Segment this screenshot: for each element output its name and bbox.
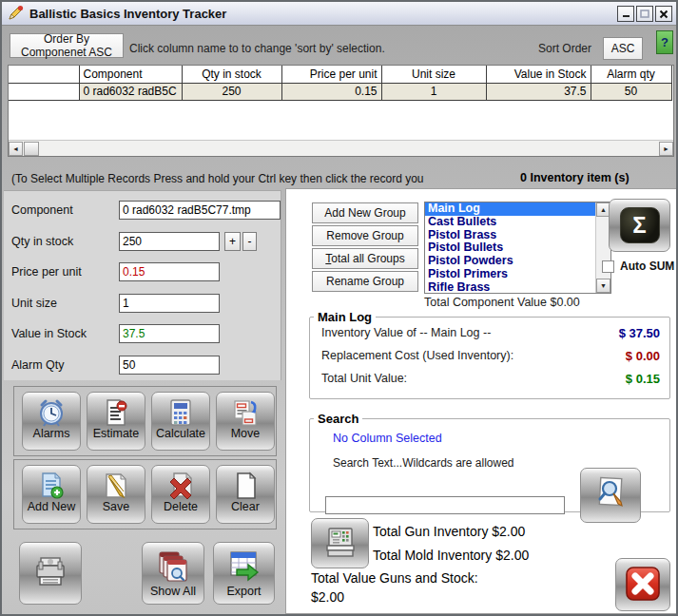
total-groups-label-rest: otal all Groups — [331, 252, 404, 265]
pencil-app-icon — [7, 5, 24, 22]
qty-increment-button[interactable]: + — [224, 232, 241, 251]
close-window-button[interactable] — [655, 6, 672, 22]
list-item-pistol-bullets[interactable]: Pistol Bullets — [425, 241, 595, 255]
register-button[interactable] — [311, 518, 369, 568]
list-item-pistol-primers[interactable]: Pistol Primers — [425, 268, 595, 281]
qty-decrement-button[interactable]: - — [242, 232, 257, 251]
export-button[interactable]: Export — [213, 542, 275, 605]
list-item-rifle-brass[interactable]: Rifle Brass — [425, 281, 595, 294]
help-button[interactable]: ? — [656, 30, 673, 54]
close-icon — [659, 10, 668, 19]
title-bar: Ballistic Basics Inventory Tracker — [2, 2, 676, 26]
clear-button[interactable]: Clear — [216, 465, 275, 524]
calculator-icon — [165, 397, 196, 428]
app-window: Ballistic Basics Inventory Tracker Order… — [0, 0, 678, 616]
cell-unit-size[interactable]: 1 — [381, 83, 486, 100]
alarm-clock-icon — [36, 397, 67, 428]
calculate-button[interactable]: Calculate — [151, 392, 210, 451]
value-in-stock-label: Value in Stock — [11, 327, 87, 340]
col-alarm[interactable]: Alarm qty — [591, 66, 671, 83]
clear-label: Clear — [231, 500, 260, 513]
col-value[interactable]: Value in Stock — [486, 66, 591, 83]
sort-order-asc-button[interactable]: ASC — [603, 37, 643, 60]
estimate-button[interactable]: Estimate — [87, 392, 145, 451]
auto-sum-checkbox[interactable]: Auto SUM — [602, 260, 674, 273]
alarms-label: Alarms — [33, 427, 70, 440]
col-qty[interactable]: Qty in stock — [182, 66, 281, 83]
search-groupbox: Search No Column Selected Search Text...… — [309, 412, 670, 512]
delete-button[interactable]: Delete — [151, 465, 210, 524]
table-row[interactable]: 0 rad6032 radB5C 250 0.15 1 37.5 50 — [9, 83, 671, 100]
cell-component[interactable]: 0 rad6032 radB5C — [79, 83, 182, 100]
search-button[interactable] — [580, 468, 641, 523]
cell-alarm[interactable]: 50 — [591, 83, 671, 100]
estimate-label: Estimate — [93, 427, 140, 440]
maximize-button[interactable] — [636, 6, 653, 22]
minimize-icon — [622, 10, 630, 18]
total-unit-value: $ 0.15 — [626, 372, 660, 386]
red-x-icon — [623, 565, 663, 605]
total-mold-inventory: Total Mold Inventory $2.00 — [373, 548, 529, 563]
price-label: Price per unit — [11, 265, 82, 279]
scroll-right-arrow-icon[interactable]: ► — [659, 142, 673, 156]
remove-group-button[interactable]: Remove Group — [312, 225, 418, 246]
search-title: Search — [314, 412, 362, 426]
list-item-cast-bullets[interactable]: Cast Bullets — [425, 216, 595, 229]
cell-qty[interactable]: 250 — [182, 83, 281, 100]
alarms-button[interactable]: Alarms — [22, 392, 81, 451]
order-by-component-button[interactable]: Order By Componenet ASC — [10, 33, 124, 58]
qty-field[interactable] — [119, 232, 220, 251]
group-listbox[interactable]: Main Log Cast Bullets Pistol Brass Pisto… — [424, 202, 611, 294]
show-all-button[interactable]: Show All — [142, 542, 204, 605]
component-label: Component — [11, 203, 73, 217]
main-log-groupbox: Main Log Inventory Value of -- Main Log … — [309, 310, 670, 399]
search-input[interactable] — [325, 496, 565, 514]
scrollbar-thumb[interactable] — [24, 142, 39, 156]
exit-button[interactable] — [615, 558, 670, 611]
qty-label: Qty in stock — [11, 235, 73, 248]
total-guns-stock-label: Total Value Guns and Stock: — [311, 570, 478, 586]
minimize-button[interactable] — [617, 6, 634, 22]
move-label: Move — [231, 427, 261, 440]
sum-button[interactable]: Σ — [609, 199, 670, 252]
sort-order-label: Sort Order — [538, 42, 591, 55]
tools-panel-1: Alarms Estimate C — [13, 386, 277, 456]
rename-group-button[interactable]: Rename Group — [312, 271, 418, 292]
list-item-pistol-brass[interactable]: Pistol Brass — [425, 229, 595, 242]
total-guns-stock-value: $2.00 — [311, 589, 344, 605]
alarm-qty-field[interactable] — [119, 356, 220, 375]
save-button[interactable]: Save — [87, 465, 145, 524]
checkbox-box[interactable] — [602, 260, 614, 273]
print-button[interactable] — [19, 542, 82, 605]
list-item-main-log[interactable]: Main Log — [425, 202, 595, 216]
value-in-stock-field[interactable] — [119, 324, 220, 343]
move-button[interactable]: Move — [216, 392, 275, 451]
printer-icon — [31, 554, 69, 592]
add-group-button[interactable]: Add New Group — [312, 202, 418, 223]
col-component[interactable]: Component — [79, 66, 182, 83]
add-document-icon — [36, 471, 67, 501]
horizontal-scrollbar[interactable]: ◄ ► — [9, 140, 673, 156]
export-table-icon — [227, 549, 262, 583]
scroll-left-arrow-icon[interactable]: ◄ — [9, 142, 23, 156]
cell-value[interactable]: 37.5 — [486, 83, 591, 100]
total-gun-inventory: Total Gun Inventory $2.00 — [373, 524, 525, 539]
inventory-value-label: Inventory Value of -- Main Log -- — [321, 326, 491, 340]
list-item-pistol-powders[interactable]: Pistol Powders — [425, 255, 595, 268]
scroll-down-arrow-icon[interactable]: ▼ — [596, 279, 610, 293]
unit-size-field[interactable] — [119, 294, 220, 313]
alarm-qty-label: Alarm Qty — [11, 358, 65, 372]
price-field[interactable] — [119, 262, 220, 281]
col-selector[interactable] — [9, 66, 79, 83]
total-all-groups-button[interactable]: Total all Groups — [312, 248, 418, 269]
window-title: Ballistic Basics Inventory Tracker — [29, 7, 226, 21]
col-unit-size[interactable]: Unit size — [381, 66, 486, 83]
component-field[interactable] — [119, 201, 281, 220]
save-label: Save — [103, 500, 130, 513]
add-new-button[interactable]: Add New — [22, 465, 81, 524]
cell-selector[interactable] — [9, 83, 79, 100]
show-all-icon — [156, 549, 190, 583]
col-price[interactable]: Price per unit — [281, 66, 381, 83]
cash-register-icon — [321, 524, 359, 562]
cell-price[interactable]: 0.15 — [281, 83, 381, 100]
